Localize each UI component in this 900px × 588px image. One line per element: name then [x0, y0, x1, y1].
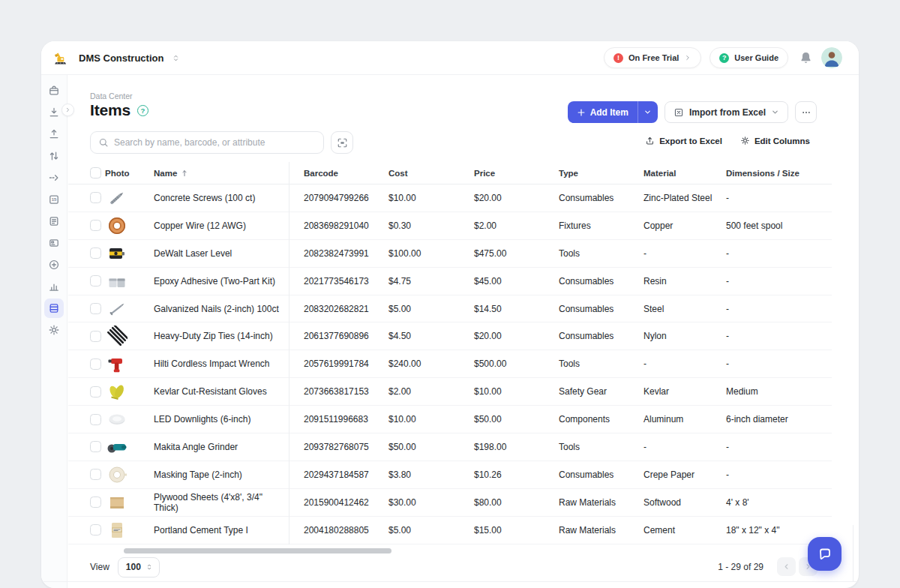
cell-material: Steel [644, 304, 726, 314]
add-item-dropdown[interactable] [638, 101, 658, 123]
row-checkbox[interactable] [90, 414, 101, 425]
sidebar-item-swap-vertical[interactable] [44, 146, 64, 166]
cell-dimensions: - [726, 331, 818, 341]
sidebar-item-database[interactable] [44, 298, 64, 318]
cell-dimensions: 4' x 8' [726, 497, 818, 508]
column-header-type[interactable]: Type [559, 169, 644, 178]
table-body: Concrete Screws (100 ct) 2079094799266 $… [68, 184, 832, 544]
table-row[interactable]: Makita Angle Grinder 2093782768075 $50.0… [68, 434, 832, 461]
sidebar-item-arrow-dashed-right[interactable] [44, 168, 64, 188]
sidebar-item-gear[interactable] [44, 320, 64, 340]
column-header-price[interactable]: Price [474, 169, 559, 178]
table-row[interactable]: Masking Tape (2-inch) 2029437184587 $3.8… [68, 461, 832, 489]
select-all-checkbox[interactable] [90, 167, 101, 178]
item-photo [106, 271, 128, 292]
scan-icon [337, 137, 348, 148]
table-row[interactable]: Portland Cement Type I 2004180288805 $5.… [68, 517, 832, 544]
horizontal-scrollbar[interactable] [124, 548, 392, 554]
table-row[interactable]: LED Downlights (6-inch) 2091511996683 $1… [68, 406, 832, 434]
cell-barcode: 2015900412462 [304, 497, 388, 508]
sort-ascending-icon [180, 169, 189, 178]
row-checkbox[interactable] [90, 358, 101, 370]
page-size-select[interactable]: 100 [118, 557, 160, 578]
column-header-name[interactable]: Name [154, 169, 289, 178]
user-avatar[interactable] [821, 47, 842, 68]
cell-material: - [644, 442, 726, 452]
sidebar-expand-button[interactable] [62, 104, 74, 116]
cell-price: $15.00 [474, 525, 559, 536]
company-selector-icon[interactable] [172, 53, 180, 63]
row-checkbox[interactable] [90, 248, 101, 259]
table-row[interactable]: Heavy-Duty Zip Ties (14-inch) 2061377690… [68, 322, 832, 350]
items-help-icon[interactable]: ? [137, 105, 148, 116]
more-actions-button[interactable] [795, 101, 817, 123]
sidebar-item-bar-chart[interactable] [44, 277, 64, 296]
cell-dimensions: - [726, 248, 818, 259]
row-checkbox[interactable] [90, 220, 101, 231]
items-table: Photo Name Barcode Cost Price Type Mater… [68, 162, 832, 544]
row-checkbox[interactable] [90, 524, 101, 536]
cell-cost: $240.00 [388, 358, 474, 369]
cell-barcode: 2004180288805 [304, 525, 388, 536]
import-from-excel-button[interactable]: Import from Excel [664, 101, 788, 123]
edit-columns-button[interactable]: Edit Columns [740, 136, 810, 146]
column-header-dimensions[interactable]: Dimensions / Size [726, 169, 818, 178]
table-row[interactable]: Kevlar Cut-Resistant Gloves 207366381715… [68, 378, 832, 406]
column-header-material[interactable]: Material [644, 169, 726, 178]
gear-icon [740, 136, 750, 146]
bar-chart-icon [48, 280, 60, 292]
sidebar-item-form[interactable] [44, 212, 64, 231]
table-row[interactable]: Hilti Cordless Impact Wrench 20576199917… [68, 350, 832, 378]
cell-name: LED Downlights (6-inch) [154, 414, 289, 424]
user-guide-pill[interactable]: ? User Guide [710, 47, 788, 68]
add-item-button[interactable]: Add Item [568, 101, 658, 123]
table-row[interactable]: Galvanized Nails (2-inch) 100ct 20832026… [68, 296, 832, 323]
column-header-cost[interactable]: Cost [388, 169, 474, 178]
item-photo [106, 492, 128, 513]
cell-barcode: 2073663817153 [304, 386, 388, 397]
chat-widget-button[interactable] [808, 537, 842, 571]
search-box[interactable] [90, 131, 324, 154]
column-header-barcode[interactable]: Barcode [304, 169, 388, 178]
table-row[interactable]: Plywood Sheets (4'x8', 3/4" Thick) 20159… [68, 489, 832, 517]
notifications-bell-icon[interactable] [799, 51, 813, 65]
sidebar-item-download[interactable] [44, 103, 64, 122]
breadcrumb: Data Center [90, 92, 133, 100]
row-checkbox[interactable] [90, 192, 101, 203]
sidebar-item-calendar[interactable]: 15 [44, 190, 64, 209]
barcode-scan-button[interactable] [331, 131, 353, 154]
column-header-photo[interactable]: Photo [105, 169, 154, 178]
row-checkbox[interactable] [90, 441, 101, 452]
row-checkbox[interactable] [90, 386, 101, 398]
cell-type: Tools [559, 358, 644, 369]
table-row[interactable]: Epoxy Adhesive (Two-Part Kit) 2021773546… [68, 268, 832, 296]
previous-page-button[interactable] [777, 557, 796, 576]
row-checkbox[interactable] [90, 303, 101, 314]
cell-dimensions: - [726, 304, 818, 314]
table-row[interactable]: DeWalt Laser Level 2082382473991 $100.00… [68, 240, 832, 268]
footer-divider [41, 581, 859, 582]
export-to-excel-button[interactable]: Export to Excel [645, 136, 722, 146]
row-checkbox[interactable] [90, 469, 101, 480]
table-row[interactable]: Copper Wire (12 AWG) 2083698291040 $0.30… [68, 212, 832, 240]
sidebar-item-upload[interactable] [44, 124, 64, 144]
table-row[interactable]: Concrete Screws (100 ct) 2079094799266 $… [68, 184, 832, 212]
cell-dimensions: - [726, 442, 818, 452]
sidebar-item-plus-circle[interactable] [44, 255, 64, 274]
row-checkbox[interactable] [90, 331, 101, 342]
sidebar-item-card[interactable] [44, 233, 64, 253]
form-icon [48, 215, 60, 227]
row-checkbox[interactable] [90, 496, 101, 508]
cell-name: Kevlar Cut-Resistant Gloves [154, 386, 289, 397]
cell-material: Softwood [644, 497, 726, 508]
edit-columns-label: Edit Columns [754, 136, 810, 146]
cell-material: - [644, 248, 726, 259]
free-trial-pill[interactable]: ! On Free Trial [604, 47, 701, 68]
row-checkbox[interactable] [90, 275, 101, 286]
alert-icon: ! [614, 53, 623, 63]
cell-price: $20.00 [474, 331, 559, 341]
vertical-scrollbar-track [853, 525, 854, 581]
cell-price: $80.00 [474, 497, 559, 508]
search-input[interactable] [114, 137, 316, 148]
sidebar-item-box[interactable] [44, 81, 64, 100]
